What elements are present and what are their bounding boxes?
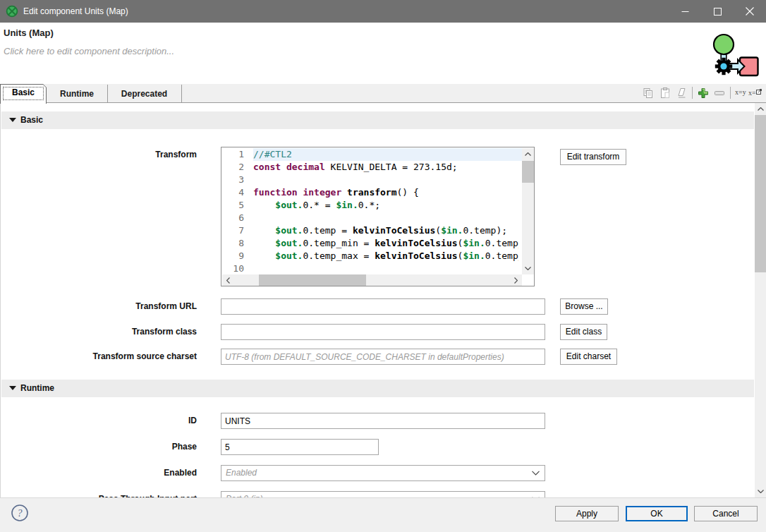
editor-line-number: 2 (221, 161, 253, 174)
button-bar: ? Apply OK Cancel (0, 497, 766, 532)
toolbar-separator (692, 87, 693, 99)
editor-line-number: 9 (221, 250, 253, 262)
edit-component-dialog: Edit component Units (Map) Units (Map) C… (0, 0, 766, 532)
paste-icon[interactable] (659, 87, 671, 99)
clover-logo-icon (6, 5, 18, 18)
id-input[interactable] (221, 413, 545, 429)
scrollbar-thumb[interactable] (522, 161, 534, 183)
section-header-basic[interactable]: Basic (1, 111, 754, 129)
ok-button[interactable]: OK (626, 506, 688, 521)
tab-separator (181, 85, 182, 102)
tab-basic[interactable]: Basic (0, 84, 47, 104)
editor-code-line[interactable]: $out.0.temp_max = kelvinToCelsius($in.0.… (253, 250, 518, 262)
editor-line-number: 6 (221, 212, 253, 224)
editor-line-number: 7 (221, 224, 253, 237)
tab-separator (107, 85, 108, 102)
scroll-up-icon[interactable] (522, 148, 534, 160)
editor-code-area[interactable]: //#CTL2const decimal KELVIN_DELTA = 273.… (253, 148, 518, 275)
editor-line-number: 8 (221, 237, 253, 250)
id-label: ID (1, 413, 197, 429)
svg-text:?: ? (18, 508, 23, 519)
editor-code-line[interactable]: $out.0.* = $in.0.*; (253, 199, 518, 212)
phase-input[interactable] (221, 439, 379, 455)
minimize-button[interactable] (669, 0, 701, 23)
edit-transform-button[interactable]: Edit transform (560, 149, 626, 165)
map-component-icon (695, 30, 766, 79)
component-description-placeholder[interactable]: Click here to edit component description… (4, 46, 174, 56)
editor-line-number: 3 (221, 174, 253, 186)
enabled-label: Enabled (1, 465, 197, 481)
tab-runtime[interactable]: Runtime (47, 86, 107, 102)
scroll-down-icon[interactable] (522, 262, 534, 274)
cancel-button[interactable]: Cancel (694, 506, 758, 521)
editor-line-number: 5 (221, 199, 253, 212)
scroll-up-icon[interactable] (755, 103, 766, 115)
pass-through-combobox[interactable]: Port 0 (in) (221, 491, 545, 497)
component-title: Units (Map) (4, 28, 54, 38)
chevron-down-icon (532, 471, 540, 476)
editor-line-numbers: 12345678910 (221, 148, 253, 275)
transform-charset-input[interactable] (221, 349, 545, 365)
remove-icon[interactable] (713, 87, 726, 99)
scrollbar-thumb[interactable] (259, 274, 366, 286)
section-header-runtime[interactable]: Runtime (1, 380, 754, 397)
transform-class-label: Transform class (1, 324, 197, 340)
editor-line-number: 1 (221, 148, 253, 161)
clear-icon[interactable] (676, 87, 688, 99)
close-button[interactable] (734, 0, 766, 23)
collapse-triangle-icon (9, 386, 16, 390)
browse-button[interactable]: Browse ... (560, 298, 608, 315)
copy-icon[interactable] (642, 87, 655, 99)
enabled-combobox[interactable]: Enabled (221, 465, 545, 481)
editor-code-line[interactable] (253, 262, 518, 275)
simple-properties-icon[interactable]: x=y (735, 88, 746, 96)
title-bar: Edit component Units (Map) (0, 0, 766, 23)
editor-code-line[interactable] (253, 212, 518, 224)
editor-code-line[interactable]: //#CTL2 (253, 148, 518, 161)
basic-tab-panel: Basic Transform 12345678910 //#CTL2const… (0, 103, 766, 497)
tab-bar: Runtime Deprecated Basic (0, 84, 766, 103)
maximize-button[interactable] (701, 0, 734, 23)
editor-code-line[interactable]: $out.0.temp_min = kelvinToCelsius($in.0.… (253, 237, 518, 250)
scroll-down-icon[interactable] (755, 485, 766, 497)
toolbar-separator (730, 87, 731, 99)
main-vertical-scrollbar[interactable] (755, 103, 766, 497)
transform-code-editor[interactable]: 12345678910 //#CTL2const decimal KELVIN_… (221, 147, 535, 286)
apply-button[interactable]: Apply (555, 506, 619, 521)
editor-code-line[interactable] (253, 174, 518, 186)
pass-through-label: Pass Through Input port (1, 491, 197, 497)
editor-line-number: 4 (221, 186, 253, 199)
help-icon[interactable]: ? (11, 504, 29, 522)
editor-code-line[interactable]: const decimal KELVIN_DELTA = 273.15d; (253, 161, 518, 174)
advanced-properties-icon[interactable]: x= (748, 88, 762, 97)
editor-horizontal-scrollbar[interactable] (222, 274, 522, 286)
transform-class-input[interactable] (221, 324, 545, 340)
transform-url-input[interactable] (221, 298, 545, 315)
tab-deprecated[interactable]: Deprecated (107, 86, 181, 102)
window-title: Edit component Units (Map) (23, 0, 128, 23)
collapse-triangle-icon (9, 118, 16, 122)
edit-charset-button[interactable]: Edit charset (560, 349, 617, 365)
scrollbar-thumb[interactable] (755, 115, 766, 272)
editor-line-number: 10 (221, 262, 253, 275)
add-icon[interactable] (697, 87, 710, 99)
transform-charset-label: Transform source charset (1, 349, 197, 365)
edit-class-button[interactable]: Edit class (560, 324, 607, 340)
scroll-left-icon[interactable] (222, 274, 234, 286)
editor-code-line[interactable]: $out.0.temp = kelvinToCelsius($in.0.temp… (253, 224, 518, 237)
transform-url-label: Transform URL (1, 298, 197, 315)
transform-label: Transform (1, 147, 197, 163)
editor-vertical-scrollbar[interactable] (522, 148, 534, 274)
dialog-header: Units (Map) Click here to edit component… (0, 23, 766, 84)
phase-label: Phase (1, 439, 197, 455)
editor-code-line[interactable]: function integer transform() { (253, 186, 518, 199)
scroll-right-icon[interactable] (510, 274, 522, 286)
